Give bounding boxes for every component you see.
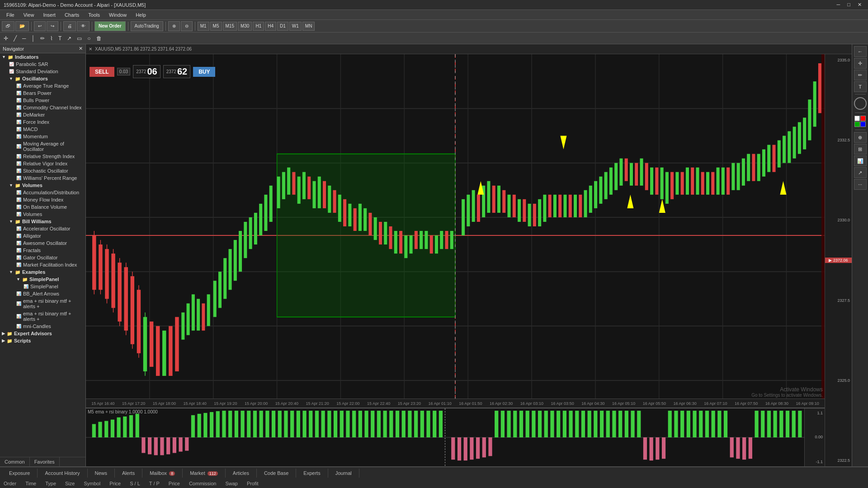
- item-ema-rsi1[interactable]: 📊 ema + rsi binary mtf + alerts +: [14, 297, 85, 310]
- tf-d1[interactable]: D1: [277, 22, 288, 31]
- color-red[interactable]: [860, 116, 866, 121]
- arrow-tool[interactable]: ↗: [65, 34, 73, 42]
- tab-journal[interactable]: Journal: [328, 469, 359, 478]
- item-cci[interactable]: 📊 Commodity Channel Index: [14, 104, 85, 111]
- item-atr[interactable]: 📊 Average True Range: [14, 82, 85, 89]
- text-tool[interactable]: T: [57, 34, 63, 42]
- new-order-btn[interactable]: New Order: [94, 21, 126, 31]
- rt-zoom[interactable]: ⊕: [854, 132, 867, 143]
- rt-text[interactable]: T: [854, 81, 867, 92]
- group-indicators[interactable]: ▼ 📁 Indicators: [0, 53, 85, 61]
- chart-close-btn[interactable]: ✕: [89, 47, 92, 52]
- item-fractals[interactable]: 📊 Fractals: [14, 247, 85, 254]
- color-green[interactable]: [854, 122, 860, 127]
- new-chart-btn[interactable]: 🗗: [2, 21, 14, 31]
- nav-tab-favorites[interactable]: Favorites: [30, 457, 60, 466]
- item-rvi[interactable]: 📊 Relative Vigor Index: [14, 160, 85, 167]
- tf-m5[interactable]: M5: [210, 22, 222, 31]
- item-parabolic-sar[interactable]: 📈 Parabolic SAR: [7, 61, 85, 68]
- item-alligator[interactable]: 📊 Alligator: [14, 232, 85, 239]
- menu-help[interactable]: Help: [131, 11, 151, 19]
- minimize-btn[interactable]: ─: [834, 2, 843, 8]
- item-stochastic[interactable]: 📊 Stochastic Oscillator: [14, 167, 85, 174]
- print-btn[interactable]: 🖨: [63, 21, 76, 31]
- item-bulls-power[interactable]: 📊 Bulls Power: [14, 97, 85, 104]
- menu-charts[interactable]: Charts: [60, 11, 84, 19]
- item-obv[interactable]: 📊 On Balance Volume: [14, 203, 85, 211]
- sell-button[interactable]: SELL: [90, 67, 114, 77]
- sub-chart[interactable]: M5 ema + rsi binary 1.0000 1.0000: [86, 408, 804, 466]
- close-btn[interactable]: ✕: [855, 2, 864, 8]
- item-acc-osc[interactable]: 📊 Accelerator Oscillator: [14, 225, 85, 232]
- nav-tab-common[interactable]: Common: [0, 457, 30, 466]
- autotrading-btn[interactable]: AutoTrading: [131, 21, 163, 31]
- menu-view[interactable]: View: [19, 11, 39, 19]
- item-bears-power[interactable]: 📊 Bears Power: [14, 89, 85, 97]
- tab-exposure[interactable]: Exposure: [2, 469, 38, 478]
- tab-news[interactable]: News: [88, 469, 115, 478]
- item-mni-candles[interactable]: 📊 mni-Candles: [14, 323, 85, 330]
- tf-h1[interactable]: H1: [253, 22, 264, 31]
- menu-insert[interactable]: Insert: [38, 11, 60, 19]
- menu-window[interactable]: Window: [104, 11, 131, 19]
- pencil-tool[interactable]: ✏: [38, 34, 47, 42]
- tab-articles[interactable]: Articles: [226, 469, 257, 478]
- item-macd[interactable]: 📊 MACD: [14, 126, 85, 133]
- tab-mailbox[interactable]: Mailbox 8: [142, 469, 183, 478]
- item-rsi[interactable]: 📊 Relative Strength Index: [14, 153, 85, 160]
- group-oscillators[interactable]: ▼ 📁 Oscillators: [7, 75, 85, 82]
- menu-tools[interactable]: Tools: [84, 11, 104, 19]
- tf-m15[interactable]: M15: [223, 22, 237, 31]
- tab-account-history[interactable]: Account History: [38, 469, 87, 478]
- rt-arrow-left[interactable]: ←: [854, 46, 867, 57]
- tf-m30[interactable]: M30: [238, 22, 252, 31]
- group-bill-williams[interactable]: ▼ 📁 Bill Williams: [7, 218, 85, 225]
- tab-experts[interactable]: Experts: [296, 469, 328, 478]
- line-tool[interactable]: ╱: [12, 34, 19, 42]
- item-momentum[interactable]: 📊 Momentum: [14, 133, 85, 140]
- main-chart[interactable]: [86, 54, 825, 399]
- menu-file[interactable]: File: [2, 11, 19, 19]
- item-force-index[interactable]: 📊 Force Index: [14, 118, 85, 126]
- item-mfi[interactable]: 📊 Money Flow Index: [14, 196, 85, 203]
- rt-circle-tool[interactable]: [854, 97, 867, 110]
- rt-cursor[interactable]: ✛: [854, 58, 867, 69]
- hline-tool[interactable]: ─: [20, 34, 28, 42]
- item-std-dev[interactable]: 📈 Standard Deviation: [7, 68, 85, 75]
- ellipse-tool[interactable]: ○: [85, 34, 92, 42]
- undo-btn[interactable]: ↩: [34, 21, 46, 31]
- group-expert-advisors[interactable]: ▶ 📁 Expert Advisors: [0, 330, 85, 337]
- rt-chart-props[interactable]: 📊: [854, 155, 867, 166]
- print-preview-btn[interactable]: 👁: [77, 21, 90, 31]
- item-maosci[interactable]: 📊 Moving Average of Oscillator: [14, 140, 85, 153]
- tab-code-base[interactable]: Code Base: [257, 469, 296, 478]
- vline-tool[interactable]: │: [30, 34, 37, 42]
- maximize-btn[interactable]: □: [844, 2, 853, 8]
- item-gator-osc[interactable]: 📊 Gator Oscillator: [14, 254, 85, 261]
- zoom-in-btn[interactable]: ⊕: [168, 21, 180, 31]
- group-simple-panel[interactable]: ▼ 📁 SimplePanel: [14, 276, 85, 283]
- item-ema-rsi2[interactable]: 📊 ema + rsi binary mtf + alerts +: [14, 310, 85, 323]
- fib-tool[interactable]: ⌇: [48, 34, 55, 42]
- item-mfi2[interactable]: 📊 Market Facilitation Index: [14, 261, 85, 268]
- delete-tool[interactable]: 🗑: [94, 34, 104, 42]
- item-awesome-osc[interactable]: 📊 Awesome Oscillator: [14, 239, 85, 247]
- rt-grid[interactable]: ⊞: [854, 144, 867, 155]
- rt-share[interactable]: ↗: [854, 167, 867, 178]
- group-volumes[interactable]: ▼ 📁 Volumes: [7, 182, 85, 189]
- color-white[interactable]: [854, 116, 860, 121]
- item-williams[interactable]: 📊 Williams' Percent Range: [14, 174, 85, 182]
- open-btn[interactable]: 📂: [15, 21, 29, 31]
- redo-btn[interactable]: ↪: [47, 21, 58, 31]
- tab-alerts[interactable]: Alerts: [115, 469, 142, 478]
- tf-mn[interactable]: MN: [302, 22, 315, 31]
- rect-tool[interactable]: ▭: [75, 34, 84, 42]
- buy-button[interactable]: BUY: [193, 67, 215, 77]
- tf-h4[interactable]: H4: [265, 22, 276, 31]
- group-scripts[interactable]: ▶ 📁 Scripts: [0, 337, 85, 344]
- tab-market[interactable]: Market 112: [183, 469, 226, 478]
- crosshair-tool[interactable]: ✛: [2, 34, 10, 42]
- rt-pencil[interactable]: ✏: [854, 70, 867, 80]
- tf-w1[interactable]: W1: [289, 22, 302, 31]
- color-blue[interactable]: [860, 122, 866, 127]
